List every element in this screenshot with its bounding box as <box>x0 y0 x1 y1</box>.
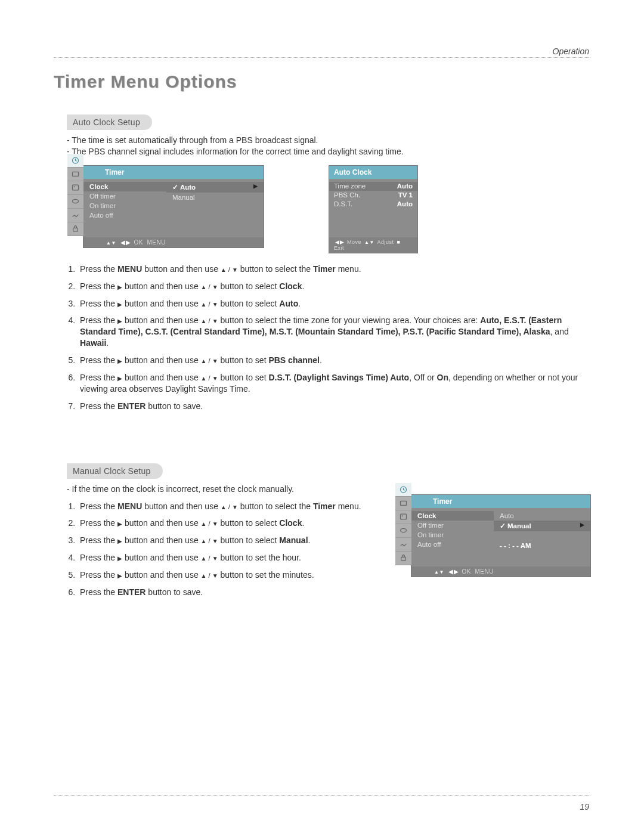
svg-point-3 <box>74 187 75 188</box>
svg-rect-2 <box>73 185 79 190</box>
svg-rect-11 <box>401 557 406 561</box>
text: OK <box>134 239 143 246</box>
chevron-right-icon: ▶ <box>253 183 258 189</box>
text: The PBS channel signal includes informat… <box>72 147 403 156</box>
auto-steps: Press the MENU button and then use butto… <box>67 264 590 412</box>
setup-icon <box>395 538 411 552</box>
osd-icon-strip <box>67 154 83 236</box>
stop-icon <box>397 239 400 245</box>
triangle-up-icon <box>201 315 207 325</box>
manual-steps: Press the MENU button and then use butto… <box>67 501 401 604</box>
osd-title: Timer <box>83 166 264 179</box>
auto-intro-2: - The PBS channel signal includes inform… <box>67 146 590 157</box>
triangle-down-icon <box>212 373 218 382</box>
triangle-right-icon <box>117 518 122 528</box>
svg-rect-7 <box>401 501 407 505</box>
step: Press the button and then use button to … <box>78 355 590 366</box>
leftright-icon: ◀▶ <box>120 239 131 246</box>
text: Adjust <box>377 239 394 245</box>
menu-value: Auto <box>500 511 584 521</box>
menu-item: Auto off <box>89 210 160 220</box>
triangle-up-icon <box>201 570 207 580</box>
triangle-right-icon <box>117 355 122 365</box>
menu-item: Off timer <box>89 191 160 201</box>
osd-footer: ◀▶ OK MENU <box>83 237 264 247</box>
updown-icon <box>364 239 374 245</box>
updown-icon <box>106 239 116 246</box>
svg-rect-1 <box>73 172 79 176</box>
sound-icon <box>395 524 411 538</box>
osd-right-col: Auto ✓Manual▶ - - : - - AM <box>494 508 590 566</box>
step: Press the button and then use button to … <box>78 569 401 581</box>
lock-icon <box>395 552 411 565</box>
step: Press the ENTER button to save. <box>78 587 401 598</box>
auto-osd-row: Timer Clock Off timer On timer Auto off … <box>83 166 590 253</box>
setup-icon <box>67 209 83 222</box>
step: Press the button and then use button to … <box>78 281 590 292</box>
triangle-down-icon <box>212 553 218 562</box>
leftright-icon: ◀▶ <box>335 239 344 245</box>
svg-point-4 <box>73 200 79 203</box>
step: Press the MENU button and then use butto… <box>78 264 590 275</box>
menu-item: Clock <box>83 182 166 191</box>
triangle-down-icon <box>212 281 218 291</box>
triangle-down-icon <box>212 535 218 545</box>
triangle-down-icon <box>232 264 238 274</box>
updown-icon <box>434 568 444 575</box>
osd-autoclock-menu: Auto Clock Time zoneAuto PBS Ch.TV 1 D.S… <box>329 166 417 253</box>
text: Auto <box>180 184 196 191</box>
triangle-up-icon <box>201 518 207 528</box>
triangle-right-icon <box>117 315 122 325</box>
value: TV 1 <box>398 191 413 199</box>
menu-item: On timer <box>89 201 160 210</box>
triangle-up-icon <box>201 553 207 562</box>
step: Press the ENTER button to save. <box>78 401 590 412</box>
time-value: - - : - - AM <box>500 542 531 549</box>
tv-icon <box>67 168 83 181</box>
step: Press the button and then use button to … <box>78 535 401 546</box>
leftright-icon: ◀▶ <box>448 568 459 575</box>
svg-rect-5 <box>73 228 78 232</box>
bottom-rule <box>54 795 590 796</box>
osd-timer-menu: Timer Clock Off timer On timer Auto off … <box>83 166 264 247</box>
text: The time is set automatically through fr… <box>72 135 318 145</box>
menu-value: ✓Manual▶ <box>494 521 590 531</box>
triangle-right-icon <box>117 553 122 562</box>
triangle-up-icon <box>201 535 207 545</box>
label: Time zone <box>334 182 366 190</box>
text: OK <box>462 568 470 575</box>
auto-pill: Auto Clock Setup <box>67 114 152 130</box>
svg-point-10 <box>401 528 407 532</box>
triangle-up-icon <box>221 501 227 511</box>
sound-icon <box>67 195 83 209</box>
triangle-right-icon <box>117 299 122 308</box>
step: Press the MENU button and then use butto… <box>78 501 401 512</box>
step: Press the button and then use button to … <box>78 315 590 349</box>
osd-right-col: ✓Auto▶ Manual <box>166 179 264 237</box>
picture-icon <box>67 181 83 195</box>
check-icon: ✓ <box>172 184 178 191</box>
menu-value <box>500 531 584 541</box>
osd-left-col: Clock Off timer On timer Auto off <box>83 179 166 237</box>
kv-row: D.S.T.Auto <box>334 200 413 209</box>
menu-value: Manual <box>172 193 258 202</box>
chevron-right-icon: ▶ <box>580 522 584 528</box>
menu-item: On timer <box>417 530 488 540</box>
value: Auto <box>397 200 413 208</box>
step: Press the button and then use button to … <box>78 518 401 529</box>
label: PBS Ch. <box>334 191 360 199</box>
triangle-up-icon <box>201 299 207 308</box>
menu-item: Clock <box>411 511 494 521</box>
triangle-down-icon <box>212 315 218 325</box>
triangle-up-icon <box>201 281 207 291</box>
step: Press the button and then use button to … <box>78 552 401 563</box>
osd-timer-manual: Timer Clock Off timer On timer Auto off … <box>411 495 590 577</box>
triangle-down-icon <box>212 518 218 528</box>
triangle-up-icon <box>221 264 227 274</box>
osd-title: Timer <box>411 495 590 508</box>
menu-value: ✓Auto▶ <box>166 182 264 193</box>
osd-footer: ◀▶ OK MENU <box>411 566 590 577</box>
page-title: Timer Menu Options <box>54 72 590 92</box>
triangle-down-icon <box>232 501 238 511</box>
svg-point-9 <box>402 515 403 516</box>
